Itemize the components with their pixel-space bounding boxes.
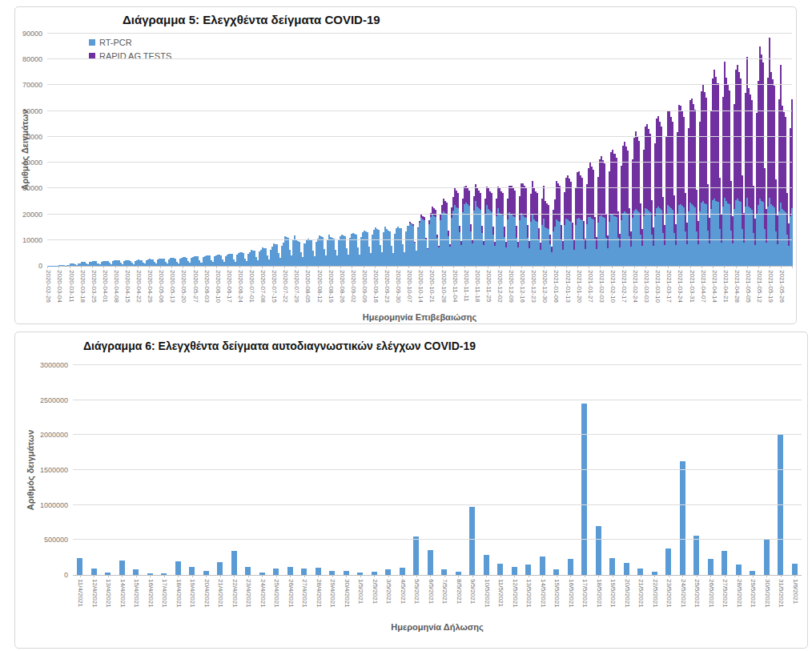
bar-slot [633,365,648,575]
x-tick-label: 22/4/2021 [231,579,238,608]
x-tick-label: 29/5/2021 [749,579,756,608]
x-tick-mark [476,266,476,268]
x-tick-mark [464,266,465,268]
x-tick-label: 2020-04-08 [112,270,119,303]
x-tick-mark [657,266,657,268]
bar [77,558,82,575]
x-tick-label: 2020-09-23 [383,270,390,303]
x-tick-mark [792,266,793,268]
bar-slot [760,365,774,575]
x-tick-mark [488,266,488,268]
x-tick-label: 2/5/2021 [371,579,378,604]
x-tick-label: 2021-03-31 [688,270,695,303]
gridline [47,214,792,215]
x-tick-label: 21/4/2021 [216,579,223,608]
x-tick-label: 2020-04-22 [135,270,142,303]
x-tick-mark [514,575,515,577]
bar-slot [171,365,186,575]
x-tick-mark [444,575,445,577]
bar [273,569,279,575]
x-tick-label: 2020-09-16 [372,270,379,303]
x-tick-mark [108,575,109,577]
bar-slot [87,365,102,575]
x-tick-label: 2020-08-12 [316,270,323,303]
x-tick-mark [544,266,545,268]
bar-slot [577,365,592,575]
x-tick-label: 2021-01-13 [564,270,571,303]
x-tick-label: 2020-05-20 [180,270,187,303]
x-tick-label: 2021-02-10 [609,270,616,303]
x-tick-mark [115,266,116,268]
x-tick-mark [408,266,409,268]
y-tick-label: 10000 [22,236,42,244]
x-tick-label: 11/5/2021 [496,579,504,607]
rapid-ag-segment [791,99,793,207]
x-tick-mark [397,266,398,268]
x-tick-label: 2020-08-19 [327,270,334,303]
x-tick-label: 2020-05-06 [158,270,165,303]
bar-slot [185,365,199,575]
x-tick-mark [736,266,737,268]
y-tick-label: 60000 [22,107,42,115]
x-tick-label: 2021-04-07 [699,270,706,303]
x-tick-label: 26/4/2021 [287,579,294,608]
bar [316,568,321,575]
y-tick-label: 500000 [44,536,68,544]
x-tick-label: 2021-05-12 [755,270,762,303]
x-tick-label: 2020-10-21 [428,270,436,303]
x-tick-label: 2020-12-30 [541,270,549,303]
plot-area: RT-PCR RAPID AG TESTS 2020-02-262020-03-… [47,34,792,266]
y-tick-label: 50000 [22,133,42,141]
y-tick-label: 3000000 [40,361,68,369]
x-tick-mark [122,575,123,577]
gridline [47,33,792,34]
x-tick-mark [585,575,585,577]
x-tick-mark [149,266,150,268]
bar [764,539,770,575]
x-tick-label: 2021-04-28 [733,270,740,303]
y-tick-label: 20000 [22,211,42,219]
bar-slot [353,365,368,575]
x-tick-mark [529,575,529,577]
bar [119,561,125,575]
x-tick-label: 2021-03-10 [654,270,661,303]
bar-slot [661,365,676,575]
bar-slot [396,365,410,575]
x-tick-mark [416,575,417,577]
x-tick-label: 2020-07-22 [282,270,289,303]
x-tick-mark [103,266,104,268]
gridline [47,136,792,137]
x-tick-mark [570,575,571,577]
gridline [73,400,802,400]
bar-slot [73,365,87,575]
x-tick-label: 30/4/2021 [343,579,350,608]
x-tick-label: 27/4/2021 [300,579,308,608]
x-tick-label: 20/4/2021 [203,579,210,608]
x-tick-label: 2020-02-26 [45,270,52,303]
bar-slot [297,365,312,575]
bar [722,551,727,575]
x-tick-mark [183,266,183,268]
x-tick-label: 2020-05-27 [191,270,199,303]
x-tick-label: 11/4/2021 [76,579,83,607]
x-tick-label: 2021-05-19 [766,270,774,303]
bar-slot [241,365,255,575]
x-tick-label: 2020-04-29 [146,270,153,303]
x-tick-label: 2020-07-15 [270,270,277,303]
x-tick-label: 27/5/2021 [721,579,728,608]
x-tick-mark [192,575,193,577]
rt-pcr-swatch [89,39,95,46]
x-tick-mark [262,575,263,577]
bar-slot [648,365,662,575]
x-tick-label: 2021-01-20 [575,270,582,303]
x-tick-mark [753,575,754,577]
x-tick-label: 2021-04-14 [710,270,718,303]
report-page: { "colors": { "rt_pcr_blue": "#5B9BD5", … [0,0,812,651]
bar [484,555,489,575]
x-tick-mark [612,266,613,268]
x-tick-mark [346,575,347,577]
x-tick-mark [160,266,161,268]
bar-slot [269,365,283,575]
x-tick-mark [626,575,627,577]
x-tick-mark [171,266,172,268]
